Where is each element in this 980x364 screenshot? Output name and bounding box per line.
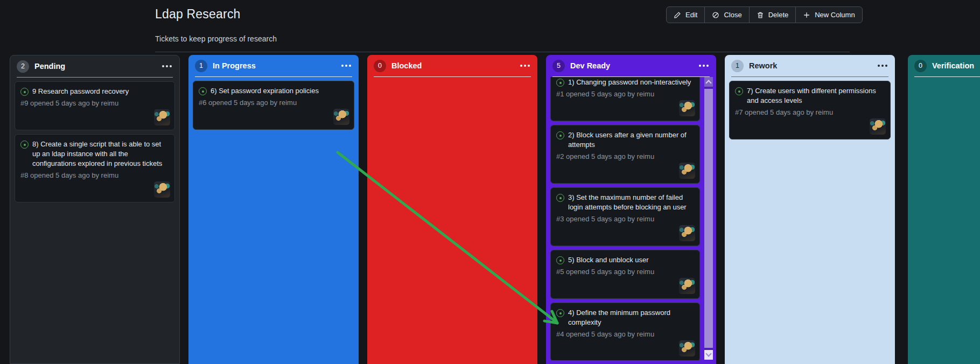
column-count-badge: 2	[17, 60, 29, 73]
card-title: 6) Set password expiration policies	[211, 86, 319, 96]
delete-button[interactable]: Delete	[749, 7, 796, 23]
column-header: 1 In Progress	[188, 55, 359, 76]
trash-icon	[757, 11, 764, 19]
column-header: 2 Pending	[10, 55, 179, 77]
card[interactable]: 9 Research password recovery #9 opened 5…	[15, 81, 175, 130]
card-meta: #6 opened 5 days ago by reimu	[199, 98, 348, 108]
column-menu-icon[interactable]	[878, 65, 880, 67]
scrollbar-thumb[interactable]	[704, 89, 713, 348]
avatar	[679, 340, 695, 356]
close-button-label: Close	[724, 11, 741, 19]
card-title: 8) Create a single script that is able t…	[32, 139, 169, 169]
card-title: 5) Block and unblock user	[568, 255, 649, 265]
card[interactable]: 4) Define the minimum password complexit…	[550, 303, 700, 360]
card[interactable]: 3) Set the maximum number of failed logi…	[550, 187, 700, 246]
column-count-badge: 1	[731, 60, 744, 72]
column-dev-ready: 5 Dev Ready 1) Changing password non-int…	[546, 55, 716, 364]
column-menu-icon[interactable]	[162, 65, 164, 67]
avatar	[154, 109, 170, 125]
avatar	[679, 100, 695, 116]
column-menu-icon[interactable]	[699, 65, 701, 67]
scroll-up-button[interactable]	[704, 77, 713, 87]
column-header: 0 Blocked	[367, 55, 537, 76]
card-title: 1) Changing password non-interactively	[568, 78, 691, 87]
issue-opened-icon	[735, 87, 743, 95]
avatar	[333, 109, 349, 125]
card-meta: #5 opened 5 days ago by reimu	[556, 267, 694, 277]
card[interactable]: 6) Set password expiration policies #6 o…	[193, 81, 354, 130]
avatar	[154, 181, 170, 198]
card[interactable]: 1) Changing password non-interactively #…	[550, 77, 700, 121]
card-title: 7) Create users with different permissio…	[747, 86, 885, 106]
column-body	[908, 77, 980, 360]
card-title: 2) Block users after a given number of a…	[568, 130, 694, 150]
chevron-up-icon	[705, 80, 711, 86]
column-count-badge: 0	[914, 60, 927, 72]
page-title: Ldap Research	[155, 7, 241, 22]
new-column-button-label: New Column	[815, 11, 855, 19]
column-title: Rework	[749, 61, 777, 70]
avatar	[870, 118, 886, 135]
card-meta: #2 opened 5 days ago by reimu	[556, 152, 694, 162]
column-blocked: 0 Blocked	[367, 55, 537, 364]
issue-opened-icon	[20, 88, 29, 96]
issue-opened-icon	[199, 87, 207, 95]
card-meta: #8 opened 5 days ago by reimu	[20, 171, 169, 180]
column-title: In Progress	[213, 61, 256, 70]
column-menu-icon[interactable]	[520, 65, 522, 67]
issue-opened-icon	[556, 79, 564, 87]
column-body: 9 Research password recovery #9 opened 5…	[10, 78, 179, 361]
card[interactable]: 5) Block and unblock user #5 opened 5 da…	[550, 250, 700, 299]
issue-opened-icon	[556, 194, 564, 202]
column-body: 1) Changing password non-interactively #…	[546, 77, 716, 360]
new-column-button[interactable]: New Column	[795, 7, 862, 23]
column-title: Verification	[932, 61, 974, 70]
column-scrollbar[interactable]	[704, 77, 713, 360]
card-meta: #3 opened 5 days ago by reimu	[556, 214, 694, 224]
card[interactable]: 2) Block users after a given number of a…	[550, 125, 700, 184]
card-title: 3) Set the maximum number of failed logi…	[568, 193, 694, 212]
plus-icon	[803, 11, 810, 19]
avatar	[679, 163, 695, 179]
column-menu-icon[interactable]	[341, 65, 344, 67]
close-button[interactable]: Close	[704, 7, 748, 23]
circle-slash-icon	[712, 11, 719, 19]
card[interactable]: 7) Create users with different permissio…	[729, 81, 891, 139]
column-count-badge: 1	[195, 60, 207, 72]
column-verification: 0 Verification	[908, 55, 980, 364]
column-body: 7) Create users with different permissio…	[725, 77, 895, 360]
edit-button-label: Edit	[685, 11, 697, 19]
column-count-badge: 5	[552, 60, 565, 72]
column-header: 0 Verification	[908, 55, 980, 76]
column-header: 1 Rework	[725, 55, 895, 76]
column-count-badge: 0	[374, 60, 386, 72]
column-body	[367, 77, 537, 360]
header-divider	[155, 52, 850, 52]
scroll-down-button[interactable]	[704, 350, 713, 360]
column-body: 6) Set password expiration policies #6 o…	[188, 77, 359, 360]
card-meta: #9 opened 5 days ago by reimu	[20, 99, 169, 108]
column-pending: 2 Pending 9 Research password recovery #…	[10, 55, 180, 364]
pencil-icon	[674, 11, 681, 19]
card-meta: #4 opened 5 days ago by reimu	[556, 330, 694, 339]
issue-opened-icon	[556, 131, 564, 139]
project-board-page: Ldap Research Tickets to keep progress o…	[0, 0, 980, 364]
column-header: 5 Dev Ready	[546, 55, 716, 76]
board-toolbar: Edit Close Delete New Column	[666, 6, 863, 23]
edit-button[interactable]: Edit	[667, 7, 704, 23]
card-title: 4) Define the minimum password complexit…	[568, 308, 694, 327]
issue-opened-icon	[556, 309, 564, 317]
page-subtitle: Tickets to keep progress of research	[155, 34, 277, 43]
card-title: 9 Research password recovery	[32, 87, 129, 96]
card-meta: #1 opened 5 days ago by reimu	[556, 89, 694, 99]
card[interactable]: 8) Create a single script that is able t…	[15, 134, 175, 202]
column-title: Pending	[34, 62, 65, 71]
chevron-down-icon	[705, 351, 711, 356]
issue-opened-icon	[556, 256, 564, 264]
column-title: Dev Ready	[570, 61, 610, 70]
column-rework: 1 Rework 7) Create users with different …	[725, 55, 895, 364]
avatar	[679, 225, 695, 241]
column-title: Blocked	[391, 61, 422, 70]
delete-button-label: Delete	[768, 11, 789, 19]
column-in-progress: 1 In Progress 6) Set password expiration…	[188, 55, 359, 364]
